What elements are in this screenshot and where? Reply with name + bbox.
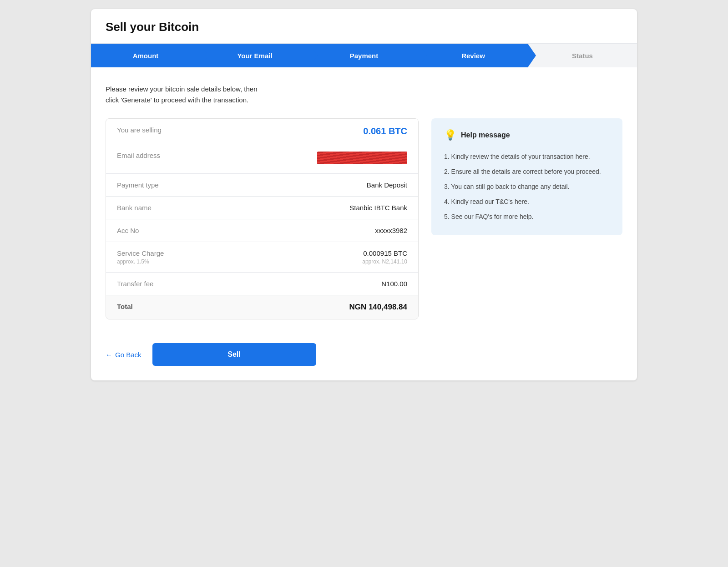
row-service-charge: Service Charge approx. 1.5% 0.000915 BTC… [106,242,418,273]
row-transfer-fee: Transfer fee N100.00 [106,273,418,295]
main-card: Sell your Bitcoin Amount Your Email Paym… [91,9,637,380]
row-acc-no: Acc No xxxxx3982 [106,219,418,242]
label-acc-no: Acc No [117,227,139,234]
value-acc-no: xxxxx3982 [375,227,407,234]
sell-button[interactable]: Sell [152,343,316,366]
label-total: Total [117,303,133,310]
help-item-2: 2. Ensure all the details are correct be… [444,164,610,179]
value-email [317,152,407,166]
main-layout: You are selling 0.061 BTC Email address [106,118,622,319]
step-your-email[interactable]: Your Email [200,44,309,67]
label-selling: You are selling [117,126,162,134]
value-bank-name: Stanbic IBTC Bank [349,204,407,212]
go-back-label: Go Back [115,351,142,359]
arrow-left-icon: ← [106,351,112,359]
card-footer: ← Go Back Sell [91,334,637,380]
step-amount[interactable]: Amount [91,44,200,67]
label-service-charge: Service Charge approx. 1.5% [117,249,164,265]
row-bank-name: Bank name Stanbic IBTC Bank [106,197,418,219]
label-transfer-fee: Transfer fee [117,280,153,288]
step-payment[interactable]: Payment [309,44,419,67]
card-header: Sell your Bitcoin [91,9,637,44]
label-bank-name: Bank name [117,204,152,212]
help-item-4: 4. Kindly read our T&C's here. [444,194,610,209]
review-table: You are selling 0.061 BTC Email address [106,118,419,319]
help-item-3: 3. You can still go back to change any d… [444,179,610,194]
instruction-text: Please review your bitcoin sale details … [106,84,622,106]
help-panel: 💡 Help message 1. Kindly review the deta… [431,118,622,235]
row-total: Total NGN 140,498.84 [106,295,418,319]
row-selling: You are selling 0.061 BTC [106,119,418,144]
value-payment-type: Bank Deposit [367,181,407,189]
step-review[interactable]: Review [419,44,528,67]
row-email: Email address [106,144,418,174]
help-title: 💡 Help message [444,129,610,141]
help-item-5: 5. See our FAQ's for more help. [444,209,610,224]
help-item-1: 1. Kindly review the details of your tra… [444,149,610,164]
card-body: Please review your bitcoin sale details … [91,67,637,334]
label-email: Email address [117,152,160,159]
help-list: 1. Kindly review the details of your tra… [444,149,610,224]
row-payment-type: Payment type Bank Deposit [106,174,418,197]
bulb-icon: 💡 [444,129,456,141]
page-title: Sell your Bitcoin [106,20,622,34]
step-status[interactable]: Status [528,44,637,67]
progress-bar: Amount Your Email Payment Review Status [91,44,637,67]
value-selling: 0.061 BTC [363,126,407,137]
value-total: NGN 140,498.84 [349,303,407,312]
value-service-charge: 0.000915 BTC approx. N2,141.10 [362,249,407,265]
value-transfer-fee: N100.00 [381,280,407,288]
label-payment-type: Payment type [117,181,159,189]
redacted-email [317,152,407,164]
go-back-link[interactable]: ← Go Back [106,351,142,359]
